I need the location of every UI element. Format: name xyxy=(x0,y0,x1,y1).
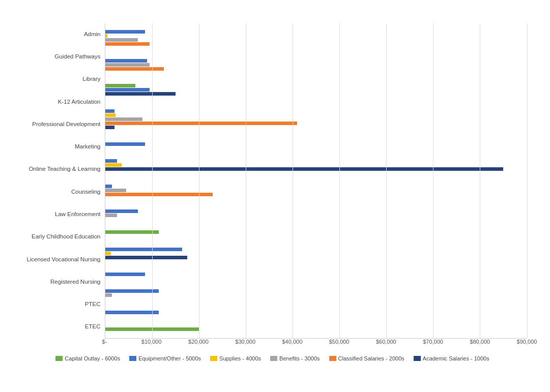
bar xyxy=(105,34,108,38)
y-label: Law Enforcement xyxy=(18,211,105,218)
y-label: Registered Nursing xyxy=(18,279,105,286)
bar-row xyxy=(105,84,527,87)
grid-line xyxy=(433,23,433,338)
bar xyxy=(105,30,145,34)
legend-item: Equipment/Other - 5000s xyxy=(129,355,201,361)
bar-row xyxy=(105,113,527,117)
y-label: Counseling xyxy=(18,189,105,196)
bar xyxy=(105,256,187,259)
y-label: Licensed Vocational Nursing xyxy=(18,256,105,263)
bar-row xyxy=(105,163,527,167)
bar-row xyxy=(105,327,527,331)
legend-swatch xyxy=(210,356,217,361)
bar xyxy=(105,230,159,234)
bar xyxy=(105,122,298,125)
bar xyxy=(105,248,183,251)
legend-label: Academic Salaries - 1000s xyxy=(423,355,489,361)
bar-group xyxy=(105,158,527,172)
grid-line xyxy=(339,23,340,338)
bar-row xyxy=(105,88,527,92)
bar xyxy=(105,126,114,129)
bar-group xyxy=(105,108,527,130)
legend-swatch xyxy=(270,356,277,361)
bar xyxy=(105,113,115,117)
bar-row xyxy=(105,214,527,217)
x-axis-label: $70,000 xyxy=(423,339,443,345)
bar-group xyxy=(105,326,527,332)
bar-row xyxy=(105,38,527,42)
bar xyxy=(105,63,150,67)
x-axis-label: $10,000 xyxy=(141,339,162,345)
bar xyxy=(105,42,150,46)
bar-row xyxy=(105,311,527,314)
bar xyxy=(105,84,136,87)
bar-row xyxy=(105,92,527,96)
y-axis: AdminGuided PathwaysLibraryK-12 Articula… xyxy=(18,23,105,339)
bar xyxy=(105,289,159,293)
bar xyxy=(105,92,176,96)
grid-line xyxy=(152,23,153,338)
y-label: K-12 Articulation xyxy=(18,99,105,106)
y-label: Library xyxy=(18,76,105,83)
legend-swatch xyxy=(55,356,63,361)
bar-row xyxy=(105,189,527,192)
legend: Capital Outlay - 6000sEquipment/Other - … xyxy=(18,355,527,361)
bar-group xyxy=(105,272,527,277)
bar-group xyxy=(105,208,527,218)
x-axis-label: $20,000 xyxy=(188,339,209,345)
bar-group xyxy=(105,83,527,97)
legend-item: Academic Salaries - 1000s xyxy=(414,355,489,361)
bar xyxy=(105,159,117,163)
bar xyxy=(105,38,138,42)
y-label: ETEC xyxy=(18,323,105,330)
legend-item: Classified Salaries - 2000s xyxy=(329,355,404,361)
y-label: Professional Development xyxy=(18,121,105,128)
bar xyxy=(105,109,114,113)
bar xyxy=(105,273,145,276)
x-axis-label: $50,000 xyxy=(329,339,350,345)
bar-group xyxy=(105,184,527,197)
bar-row xyxy=(105,248,527,251)
bar-row xyxy=(105,193,527,196)
bar-row xyxy=(105,256,527,259)
legend-swatch xyxy=(329,356,336,361)
bar-row xyxy=(105,30,527,34)
bar xyxy=(105,293,112,297)
bar xyxy=(105,189,126,192)
grid-line xyxy=(199,23,199,338)
bar xyxy=(105,88,150,92)
bar-group xyxy=(105,141,527,147)
bar-row xyxy=(105,209,527,213)
bar-group xyxy=(105,58,527,72)
bar-row xyxy=(105,293,527,297)
bar-row xyxy=(105,289,527,293)
bar-group xyxy=(105,29,527,47)
bars-container xyxy=(105,23,527,338)
bar-row xyxy=(105,273,527,276)
legend-swatch xyxy=(414,356,421,361)
legend-item: Capital Outlay - 6000s xyxy=(55,355,120,361)
y-label: PTEC xyxy=(18,301,105,308)
x-axis: $-$10,000$20,000$30,000$40,000$50,000$60… xyxy=(105,339,527,351)
grid-line xyxy=(527,23,528,338)
chart-container: AdminGuided PathwaysLibraryK-12 Articula… xyxy=(8,6,542,387)
bar-row xyxy=(105,34,527,38)
bar xyxy=(105,163,122,167)
bar-row xyxy=(105,122,527,125)
y-label: Guided Pathways xyxy=(18,53,105,61)
grid-line xyxy=(480,23,480,338)
bar-row xyxy=(105,109,527,113)
chart-area: AdminGuided PathwaysLibraryK-12 Articula… xyxy=(18,23,527,339)
grid-line xyxy=(293,23,293,338)
y-label: Admin xyxy=(18,31,105,38)
x-axis-label: $- xyxy=(102,339,107,345)
legend-label: Benefits - 3000s xyxy=(279,355,320,361)
bar-row xyxy=(105,59,527,63)
y-label: Marketing xyxy=(18,143,105,150)
bar-row xyxy=(105,117,527,121)
legend-item: Supplies - 4000s xyxy=(210,355,261,361)
y-label: Early Childhood Education xyxy=(18,233,105,240)
bar xyxy=(105,252,111,255)
bar-row xyxy=(105,63,527,67)
bar xyxy=(105,67,164,71)
